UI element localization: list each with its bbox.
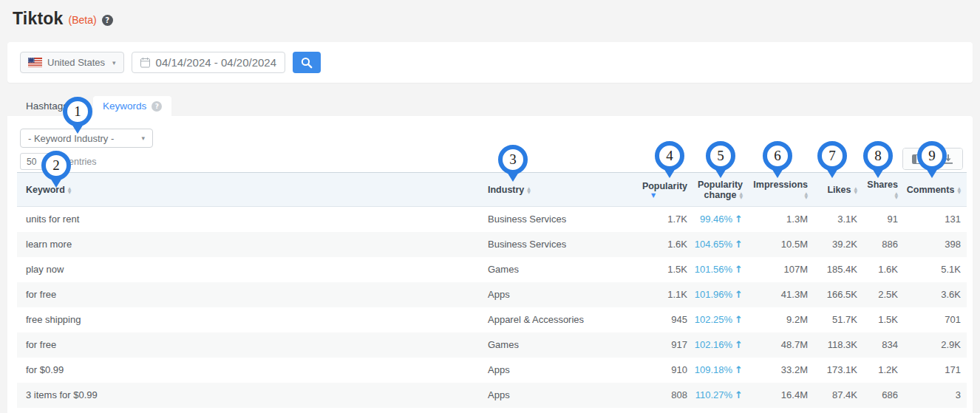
column-header-industry[interactable]: Industry▲▼ (479, 173, 619, 207)
column-header-comments[interactable]: Comments▲▼ (904, 173, 967, 207)
cell-industry: Business Services (479, 207, 619, 232)
export-button[interactable] (933, 149, 962, 169)
column-label: Industry (488, 185, 524, 195)
cell-popularity: 917 (619, 332, 693, 358)
sort-icon[interactable]: ▲▼ (854, 186, 857, 194)
keywords-table: Keyword▲▼Industry▲▼Popularity▼Popularity… (17, 172, 967, 408)
cell-popularity: 1.5K (619, 257, 693, 282)
cell-shares: 886 (863, 232, 904, 257)
table-row: for freeApps1.1K101.96%↑41.3M166.5K2.5K3… (17, 282, 967, 307)
cell-industry: Apps (479, 383, 619, 408)
cell-comments: 5.1K (904, 257, 967, 282)
sort-icon[interactable]: ▲▼ (894, 191, 898, 199)
chevron-down-icon: ▾ (52, 158, 56, 165)
column-header-change[interactable]: Popularity change▲▼ (693, 173, 749, 207)
download-icon (943, 154, 953, 164)
cell-likes: 87.4K (814, 383, 863, 408)
table-row: play nowGames1.5K101.56%↑107M185.4K1.6K5… (17, 257, 967, 282)
help-icon[interactable]: ? (102, 15, 113, 26)
column-header-likes[interactable]: Likes▲▼ (814, 173, 863, 207)
sort-icon[interactable]: ▲▼ (739, 191, 743, 199)
table-row: for freeGames917102.16%↑48.7M118.3K8342.… (17, 332, 967, 358)
column-label: Shares (867, 180, 898, 190)
keywords-help-icon[interactable]: ? (152, 101, 162, 112)
cell-industry: Games (479, 257, 619, 282)
cell-keyword: 3 items for $0.99 (17, 383, 479, 408)
cell-impressions: 16.4M (749, 383, 814, 408)
cell-industry: Apps (479, 282, 619, 307)
tab-bar: Hashtags ? Keywords ? (16, 96, 171, 116)
column-header-impressions[interactable]: Impressions▲▼ (749, 173, 814, 207)
cell-comments: 171 (904, 358, 967, 383)
entries-label: entries (69, 157, 97, 167)
cell-shares: 1.5K (863, 307, 904, 332)
cell-impressions: 107M (749, 257, 814, 282)
tab-keywords-label: Keywords (103, 100, 146, 112)
cell-shares: 1.6K (863, 257, 904, 282)
page-header: Tiktok (Beta) ? (13, 9, 113, 29)
cell-keyword: free shipping (17, 307, 479, 332)
sort-icon[interactable]: ▲▼ (957, 186, 961, 194)
cell-popularity: 945 (619, 307, 693, 332)
sort-icon[interactable]: ▲▼ (68, 186, 72, 194)
column-label: Impressions (753, 180, 808, 190)
sort-icon[interactable]: ▲▼ (804, 191, 808, 199)
table-row: units for rentBusiness Services1.7K99.46… (17, 207, 967, 232)
date-range-input[interactable]: 04/14/2024 - 04/20/2024 (132, 52, 285, 73)
cell-shares: 686 (863, 383, 904, 408)
cell-impressions: 48.7M (749, 332, 814, 358)
cell-shares: 834 (863, 332, 904, 358)
search-button[interactable] (293, 52, 321, 73)
cell-keyword: play now (17, 257, 479, 282)
table-body: units for rentBusiness Services1.7K99.46… (17, 207, 967, 408)
hashtags-help-icon[interactable]: ? (73, 101, 84, 112)
column-label: Popularity (642, 181, 687, 191)
cell-change: 101.56%↑ (693, 257, 749, 282)
sort-desc-icon[interactable]: ▼ (619, 193, 687, 199)
cell-likes: 185.4K (814, 257, 863, 282)
page-size-select[interactable]: 50 ▾ (20, 153, 63, 170)
cell-popularity: 808 (619, 383, 693, 408)
search-icon (301, 57, 313, 69)
chevron-down-icon: ▾ (112, 59, 116, 66)
cell-keyword: for free (17, 282, 479, 307)
column-header-shares[interactable]: Shares▲▼ (863, 173, 904, 207)
cell-popularity: 910 (619, 358, 693, 383)
tab-hashtags[interactable]: Hashtags ? (16, 96, 93, 116)
cell-keyword: learn more (17, 232, 479, 257)
column-header-popularity[interactable]: Popularity▼ (619, 173, 693, 207)
cell-likes: 51.7K (814, 307, 863, 332)
table-row: learn moreBusiness Services1.6K104.65%↑1… (17, 232, 967, 257)
cell-popularity: 1.6K (619, 232, 693, 257)
table-row: free shippingApparel & Accessories945102… (17, 307, 967, 332)
cell-comments: 701 (904, 307, 967, 332)
manage-columns-button[interactable] (903, 149, 933, 169)
table-header: Keyword▲▼Industry▲▼Popularity▼Popularity… (17, 173, 967, 207)
country-selector[interactable]: United States ▾ (20, 52, 124, 73)
cell-keyword: for free (17, 332, 479, 358)
calendar-icon (140, 58, 150, 68)
cell-industry: Apps (479, 358, 619, 383)
table-row: 3 items for $0.99Apps808110.27%↑16.4M87.… (17, 383, 967, 408)
cell-change: 109.18%↑ (693, 358, 749, 383)
tab-keywords[interactable]: Keywords ? (93, 96, 171, 116)
trend-up-icon: ↑ (735, 364, 743, 375)
table-row: for $0.99Apps910109.18%↑33.2M173.1K1.2K1… (17, 358, 967, 383)
cell-industry: Games (479, 332, 619, 358)
cell-impressions: 1.3M (749, 207, 814, 232)
cell-comments: 2.9K (904, 332, 967, 358)
date-range-value: 04/14/2024 - 04/20/2024 (156, 56, 276, 69)
cell-likes: 39.2K (814, 232, 863, 257)
column-label: Keyword (26, 185, 65, 195)
cell-change: 101.96%↑ (693, 282, 749, 307)
sort-icon[interactable]: ▲▼ (527, 186, 531, 194)
cell-shares: 1.2K (863, 358, 904, 383)
us-flag-icon (28, 58, 42, 67)
chevron-down-icon: ▾ (141, 134, 145, 142)
keyword-industry-dropdown[interactable]: - Keyword Industry - ▾ (20, 129, 153, 148)
cell-shares: 91 (863, 207, 904, 232)
cell-keyword: for $0.99 (17, 358, 479, 383)
cell-impressions: 9.2M (749, 307, 814, 332)
cell-likes: 166.5K (814, 282, 863, 307)
column-header-keyword[interactable]: Keyword▲▼ (17, 173, 479, 207)
